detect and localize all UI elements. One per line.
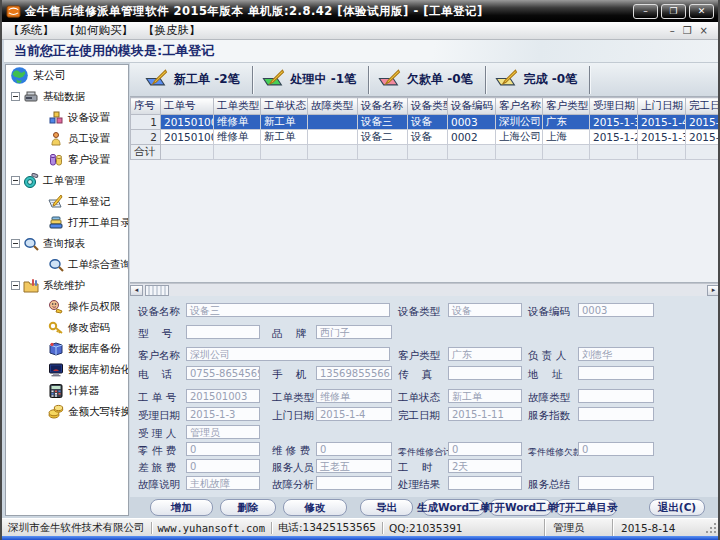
travel-fee-field[interactable]: 0 (186, 459, 260, 473)
fault-description-field[interactable]: 主机故障 (186, 476, 260, 490)
minimize-button[interactable]: – (633, 4, 658, 19)
menu-item-2[interactable]: 【换皮肤】 (143, 23, 201, 38)
table-cell: 深圳公司 (496, 115, 543, 130)
sidebar-item-change-password[interactable]: 修改密码 (6, 317, 128, 338)
qq-text: QQ:21035391 (389, 522, 463, 534)
modify-button[interactable]: 修改 (283, 499, 347, 516)
mdi-minimize-button[interactable]: – (670, 25, 675, 36)
generate-word-button[interactable]: 生成Word工单 (422, 499, 485, 516)
brand-field[interactable]: 西门子 (316, 325, 392, 339)
scroll-right-button[interactable]: ▸ (707, 285, 720, 296)
status-divider (151, 522, 152, 534)
tab-finished[interactable]: 完成 -0笔 (486, 66, 591, 94)
column-header: 故障类型 (308, 98, 358, 115)
service-summary-field[interactable] (578, 476, 654, 490)
device-name-field[interactable]: 设备三 (186, 303, 390, 317)
device-type-field[interactable]: 设备 (448, 303, 522, 317)
principal-field[interactable]: 刘德华 (578, 347, 654, 361)
tab-new-orders[interactable]: 新工单 -2笔 (136, 66, 253, 94)
repair-fee-field[interactable]: 0 (316, 442, 392, 456)
order-type-field[interactable]: 维修单 (316, 389, 392, 403)
delete-button[interactable]: 删除 (220, 499, 276, 516)
export-button[interactable]: 导出 (360, 499, 413, 516)
menu-item-0[interactable]: 【系统】 (8, 23, 54, 38)
sidebar-item-employee-settings[interactable]: 员工设置 (6, 128, 128, 149)
parts-repair-total-field[interactable]: 0 (448, 442, 522, 456)
sidebar-item-db-backup[interactable]: 数据库备份 (6, 338, 128, 359)
magnifier-icon (23, 236, 39, 252)
device-code-field[interactable]: 0003 (578, 303, 654, 317)
tree-collapse-box[interactable] (11, 239, 20, 248)
work-hours-field[interactable]: 2天 (448, 459, 522, 473)
sidebar-item-calculator[interactable]: 计算器 (6, 380, 128, 401)
acceptor-field[interactable]: 管理员 (186, 425, 260, 439)
repair-fee-label: 维 修 费 (272, 444, 310, 458)
order-status-field[interactable]: 新工单 (448, 389, 522, 403)
model-field[interactable] (186, 325, 260, 339)
status-tab-bar: 新工单 -2笔处理中 -1笔欠款单 -0笔完成 -0笔 (130, 63, 720, 97)
fault-type-field[interactable] (578, 389, 654, 403)
parts-fee-field[interactable]: 0 (186, 442, 260, 456)
tab-debt[interactable]: 欠款单 -0笔 (369, 66, 486, 94)
mdi-close-button[interactable]: × (700, 25, 708, 36)
sidebar-item-order-register[interactable]: 工单登记 (6, 191, 128, 212)
handle-result-field[interactable] (448, 476, 522, 490)
sidebar-item-label: 操作员权限 (68, 300, 121, 314)
tab-processing[interactable]: 处理中 -1笔 (253, 66, 370, 94)
customer-type-field[interactable]: 广东 (448, 347, 522, 361)
table-cell: 设备 (408, 130, 448, 145)
visit-date-field[interactable]: 2015-1-4 (316, 407, 392, 421)
tree-collapse-box[interactable] (11, 92, 20, 101)
accept-date-field[interactable]: 2015-1-3 (186, 407, 260, 421)
website-text: www.yuhansoft.com (158, 522, 265, 534)
mdi-restore-button[interactable]: ❐ (683, 25, 692, 36)
sidebar-item-customer-settings[interactable]: 客户设置 (6, 149, 128, 170)
table-row[interactable]: 2201501002维修单新工单设备二设备0002上海公司上海2015-1-22… (131, 130, 720, 145)
scrollbar-thumb[interactable] (145, 285, 169, 296)
restore-button[interactable]: ❐ (661, 4, 686, 19)
column-header: 客户类型 (543, 98, 590, 115)
sidebar-item-operator-permission[interactable]: 操作员权限 (6, 296, 128, 317)
order-no-field[interactable]: 201501003 (186, 389, 260, 403)
column-header: 受理日期 (590, 98, 638, 115)
address-field[interactable] (578, 366, 654, 380)
close-button[interactable]: ✕ (689, 4, 714, 19)
phone-field[interactable]: 0755-86545698 (186, 366, 260, 380)
sidebar-item-base-data[interactable]: 基础数据 (6, 86, 128, 107)
tree-collapse-box[interactable] (11, 176, 20, 185)
sidebar-item-device-settings[interactable]: 设备设置 (6, 107, 128, 128)
service-staff-field[interactable]: 王老五 (316, 459, 392, 473)
fax-field[interactable] (448, 366, 522, 380)
sidebar-item-label: 系统维护 (43, 279, 85, 293)
table-cell: 201501003 (161, 115, 214, 130)
mobile-field[interactable]: 13569855566 (316, 366, 392, 380)
service-index-field[interactable] (578, 407, 654, 421)
table-row[interactable]: 1201501003维修单新工单设备三设备0003深圳公司广东2015-1-32… (131, 115, 720, 130)
sidebar-item-open-order-folder[interactable]: 打开工单目录 (6, 212, 128, 233)
sidebar-item-order-query[interactable]: 工单综合查询 (6, 254, 128, 275)
sidebar-item-order-management[interactable]: 工单管理 (6, 170, 128, 191)
sidebar-item-amount-convert[interactable]: 金额大写转换 (6, 401, 128, 422)
table-cell: 设备 (408, 115, 448, 130)
finish-date-field[interactable]: 2015-1-11 (448, 407, 522, 421)
open-folder-button[interactable]: 打开工单目录 (555, 499, 617, 516)
add-button[interactable]: 增加 (150, 499, 213, 516)
menu-item-1[interactable]: 【如何购买】 (64, 23, 133, 38)
parts-repair-debt-field[interactable]: 0 (578, 442, 654, 456)
resize-grip[interactable] (704, 519, 718, 536)
sidebar-item-company-root[interactable]: 某公司 (6, 65, 128, 86)
sidebar-item-system-maintenance[interactable]: 系统维护 (6, 275, 128, 296)
fault-analysis-field[interactable] (316, 476, 392, 490)
company-name: 深圳市金牛软件技术有限公司 (8, 521, 145, 535)
open-word-button[interactable]: 打开Word工单 (489, 499, 552, 516)
status-left: 深圳市金牛软件技术有限公司 www.yuhansoft.com 电话:13425… (2, 521, 544, 535)
customer-name-field[interactable]: 深圳公司 (186, 347, 390, 361)
service-staff-label: 服务人员 (272, 461, 314, 475)
sidebar-item-db-init[interactable]: 数据库初始化 (6, 359, 128, 380)
order-detail-form: 设备名称设备三设备类型设备设备编码0003型 号品 牌西门子客户名称深圳公司客户… (130, 296, 720, 497)
scroll-left-button[interactable]: ◂ (130, 285, 143, 296)
table-cell: 设备二 (358, 130, 408, 145)
exit-button[interactable]: 退出(C) (649, 499, 705, 516)
sidebar-item-query-reports[interactable]: 查询报表 (6, 233, 128, 254)
tree-collapse-box[interactable] (11, 281, 20, 290)
